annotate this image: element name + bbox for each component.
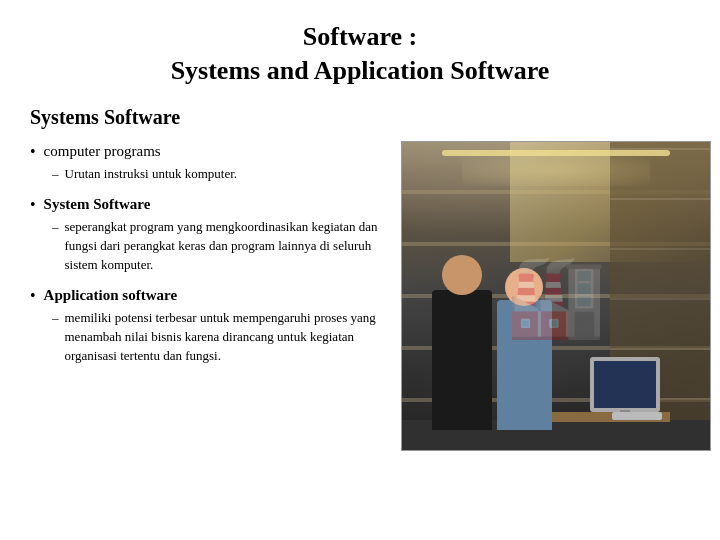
bullet-main-computer-programs: • computer programs	[30, 141, 385, 163]
sub-text-application-software: memiliki potensi terbesar untuk mempenga…	[65, 309, 386, 366]
title-line1: Software :	[303, 22, 417, 51]
keyboard	[612, 412, 662, 420]
sub-dash-1: –	[52, 165, 59, 183]
sub-bullet-computer-programs: – Urutan instruksi untuk komputer.	[30, 165, 385, 184]
bullet-dot-1: •	[30, 141, 36, 163]
person2-silhouette	[497, 300, 552, 430]
light-glow	[462, 156, 650, 186]
title-line2: Systems and Application Software	[171, 56, 550, 85]
sub-text-computer-programs: Urutan instruksi untuk komputer.	[65, 165, 238, 184]
bullet-main-system-software: • System Software	[30, 194, 385, 216]
content-area: • computer programs – Urutan instruksi u…	[30, 141, 690, 520]
text-column: • computer programs – Urutan instruksi u…	[30, 141, 385, 520]
sub-dash-3: –	[52, 309, 59, 327]
monitor	[590, 357, 660, 412]
slide-header: Software : Systems and Application Softw…	[30, 20, 690, 88]
warehouse-image	[401, 141, 711, 451]
sub-dash-2: –	[52, 218, 59, 236]
bullet-dot-3: •	[30, 285, 36, 307]
slide-title: Software : Systems and Application Softw…	[30, 20, 690, 88]
bullet-item-system-software: • System Software – seperangkat program …	[30, 194, 385, 275]
sub-text-system-software: seperangkat program yang mengkoordinasik…	[65, 218, 386, 275]
image-column	[401, 141, 711, 520]
section-title: Systems Software	[30, 106, 690, 129]
person1-silhouette	[432, 290, 492, 430]
bullet-dot-2: •	[30, 194, 36, 216]
bullet-item-application-software: • Application software – memiliki potens…	[30, 285, 385, 366]
bullet-text-system-software: System Software	[44, 194, 151, 215]
bullet-main-application-software: • Application software	[30, 285, 385, 307]
slide-container: Software : Systems and Application Softw…	[0, 0, 720, 540]
monitor-screen	[594, 361, 656, 408]
sub-bullet-application-software: – memiliki potensi terbesar untuk mempen…	[30, 309, 385, 366]
bullet-item-computer-programs: • computer programs – Urutan instruksi u…	[30, 141, 385, 184]
sub-bullet-system-software: – seperangkat program yang mengkoordinas…	[30, 218, 385, 275]
bullet-text-computer-programs: computer programs	[44, 141, 161, 162]
bullet-text-application-software: Application software	[44, 285, 177, 306]
